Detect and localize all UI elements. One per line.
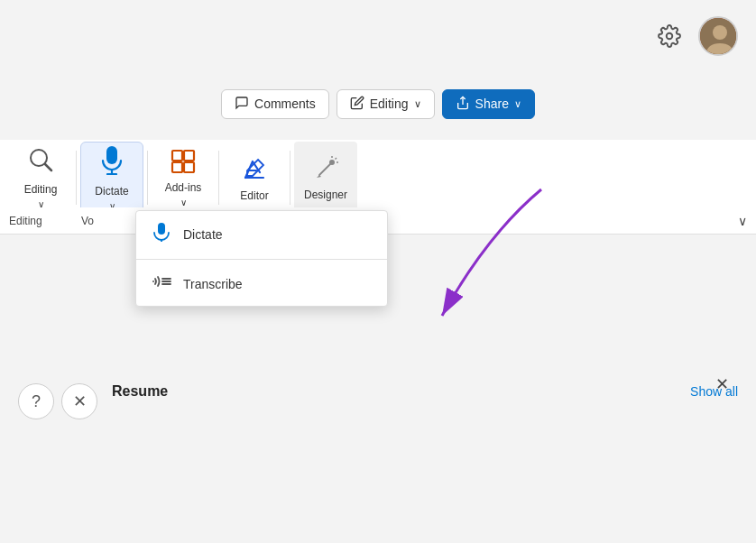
dropdown-dictate-label: Dictate: [183, 227, 223, 242]
subrow-vo-label: Vo: [81, 215, 94, 227]
editor-icon: [240, 154, 269, 186]
resume-label: Resume: [112, 383, 168, 400]
toolbar-editor[interactable]: Editor: [223, 142, 286, 214]
close-icon: ✕: [73, 391, 87, 411]
comments-icon: [235, 96, 249, 113]
share-button[interactable]: Share ∨: [442, 89, 535, 119]
addins-icon: [170, 148, 197, 178]
subrow-editing[interactable]: Editing: [9, 215, 63, 227]
dictate-icon: [99, 144, 124, 181]
editing-button[interactable]: Editing ∨: [337, 89, 435, 119]
panel-close-icon: ✕: [715, 375, 729, 393]
ribbon-toolbar: Editing ∨ Dictate ∨ Add-ins ∨: [0, 140, 756, 216]
dropdown-transcribe[interactable]: Transcribe: [136, 262, 387, 306]
command-bar: Comments Editing ∨ Share ∨: [0, 81, 756, 126]
share-label: Share: [475, 97, 509, 111]
help-icon: ?: [32, 392, 41, 411]
settings-button[interactable]: [651, 18, 687, 54]
comments-button[interactable]: Comments: [221, 89, 329, 119]
dictate-menu-icon: [151, 222, 172, 246]
comments-label: Comments: [254, 97, 316, 111]
toolbar-dictate-label: Dictate: [95, 185, 128, 198]
svg-point-0: [667, 33, 673, 40]
designer-icon: [312, 155, 339, 185]
toolbar-dictate[interactable]: Dictate ∨: [80, 142, 143, 214]
editing-icon: [350, 96, 364, 113]
resume-section: Resume Show all: [112, 383, 738, 400]
toolbar-addins-caret: ∨: [180, 198, 187, 207]
svg-rect-11: [172, 162, 182, 172]
dropdown-transcribe-label: Transcribe: [183, 277, 243, 291]
toolbar-designer[interactable]: Designer: [294, 142, 357, 214]
toolbar-editor-label: Editor: [240, 189, 268, 202]
toolbar-editing-label: Editing: [24, 183, 58, 196]
editing-label: Editing: [370, 97, 409, 111]
user-avatar[interactable]: [698, 16, 738, 56]
toolbar-divider-3: [218, 151, 219, 205]
toolbar-addins-label: Add-ins: [165, 181, 202, 194]
toolbar-addins[interactable]: Add-ins ∨: [152, 142, 215, 214]
dropdown-dictate[interactable]: Dictate: [136, 211, 387, 257]
toolbar-divider-1: [76, 151, 77, 205]
top-bar: [0, 0, 756, 72]
dropdown-separator: [136, 259, 387, 260]
svg-rect-10: [184, 151, 194, 161]
toolbar-divider-4: [290, 151, 290, 205]
svg-rect-18: [158, 223, 165, 235]
dictate-dropdown: Dictate Transcribe: [135, 210, 388, 307]
subrow-chevron[interactable]: ∨: [738, 214, 747, 228]
help-button[interactable]: ?: [18, 383, 54, 419]
svg-rect-6: [106, 146, 117, 164]
toolbar-divider-2: [147, 151, 148, 205]
editing-caret-icon: ∨: [414, 98, 421, 110]
bottom-panel: ? ✕ Resume Show all: [0, 356, 756, 543]
close-button[interactable]: ✕: [61, 383, 97, 419]
editing-tool-icon: [27, 146, 54, 179]
svg-point-2: [713, 25, 727, 40]
svg-line-17: [336, 158, 337, 160]
svg-rect-9: [172, 151, 182, 161]
share-icon: [456, 96, 470, 113]
subrow-vo[interactable]: Vo: [81, 215, 135, 227]
toolbar-designer-label: Designer: [304, 189, 347, 201]
show-all-label[interactable]: Show all: [690, 384, 738, 399]
help-close-btns: ? ✕: [18, 383, 97, 419]
transcribe-menu-icon: [151, 272, 172, 295]
share-caret-icon: ∨: [514, 98, 521, 110]
panel-close-button[interactable]: ✕: [715, 374, 729, 394]
svg-line-5: [45, 164, 51, 170]
subrow-editing-label: Editing: [9, 215, 42, 227]
toolbar-editing[interactable]: Editing ∨: [9, 142, 72, 214]
svg-rect-12: [184, 162, 194, 172]
